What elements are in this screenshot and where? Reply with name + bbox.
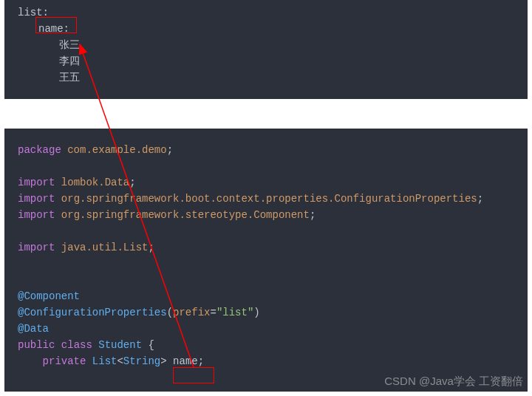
package-keyword: package xyxy=(18,144,61,156)
semicolon: ; xyxy=(198,355,204,367)
semicolon: ; xyxy=(148,242,154,253)
list-type: List xyxy=(92,355,117,367)
semicolon: ; xyxy=(477,193,483,205)
prefix-key: prefix xyxy=(173,307,210,318)
yaml-name-line: name: xyxy=(18,21,514,37)
blank-line xyxy=(18,272,514,288)
class-decl-line: public class Student { xyxy=(18,337,514,353)
java-code-block: package com.example.demo; import lombok.… xyxy=(4,129,528,392)
annotation-line: @Component xyxy=(18,288,514,304)
annotation-line: @ConfigurationProperties(prefix="list") xyxy=(18,304,514,321)
yaml-item: 李四 xyxy=(18,53,514,69)
class-keyword: class xyxy=(61,339,92,351)
import-line: import org.springframework.boot.context.… xyxy=(18,191,514,207)
paren-open: ( xyxy=(167,307,173,318)
equals-sign: = xyxy=(210,307,216,318)
public-keyword: public xyxy=(18,339,55,351)
item-0: 张三 xyxy=(59,39,80,51)
annotation-line: @Data xyxy=(18,321,514,337)
component-annotation: @Component xyxy=(18,290,80,302)
semicolon: ; xyxy=(129,177,135,188)
import-line: import org.springframework.stereotype.Co… xyxy=(18,207,514,223)
angle-open: < xyxy=(117,355,123,367)
yaml-list-line: list: xyxy=(18,4,514,21)
package-name: com.example.demo xyxy=(67,144,166,156)
import-target: org.springframework.boot.context.propert… xyxy=(61,193,477,205)
item-1: 李四 xyxy=(59,55,80,67)
import-target: org.springframework.stereotype.Component xyxy=(61,209,310,221)
semicolon: ; xyxy=(310,209,316,221)
blank-line xyxy=(18,223,514,239)
import-target: java.util.List xyxy=(61,242,149,253)
yaml-item: 张三 xyxy=(18,37,514,53)
blank-line xyxy=(18,256,514,272)
private-keyword: private xyxy=(43,355,86,367)
import-line: import java.util.List; xyxy=(18,239,514,256)
blank-line xyxy=(18,158,514,174)
import-keyword: import xyxy=(18,193,55,205)
import-keyword: import xyxy=(18,242,55,253)
import-line: import lombok.Data; xyxy=(18,174,514,191)
name-label: name: xyxy=(38,23,69,35)
yaml-item: 王五 xyxy=(18,69,514,86)
paren-close: ) xyxy=(253,307,259,318)
semicolon: ; xyxy=(167,144,173,156)
list-label: list: xyxy=(18,7,49,18)
brace-open: { xyxy=(142,339,154,351)
angle-close: > xyxy=(160,355,166,367)
import-keyword: import xyxy=(18,209,55,221)
config-props-annotation: @ConfigurationProperties xyxy=(18,307,167,318)
import-target: lombok.Data xyxy=(61,177,129,188)
prefix-value: "list" xyxy=(216,307,253,318)
data-annotation: @Data xyxy=(18,323,49,335)
string-type: String xyxy=(123,355,160,367)
field-name: name xyxy=(167,355,198,367)
package-line: package com.example.demo; xyxy=(18,142,514,158)
item-2: 王五 xyxy=(59,72,80,83)
class-name: Student xyxy=(98,339,142,351)
field-decl-line: private List<String> name; xyxy=(18,353,514,369)
import-keyword: import xyxy=(18,177,55,188)
yaml-block: list: name: 张三 李四 王五 xyxy=(4,0,528,99)
